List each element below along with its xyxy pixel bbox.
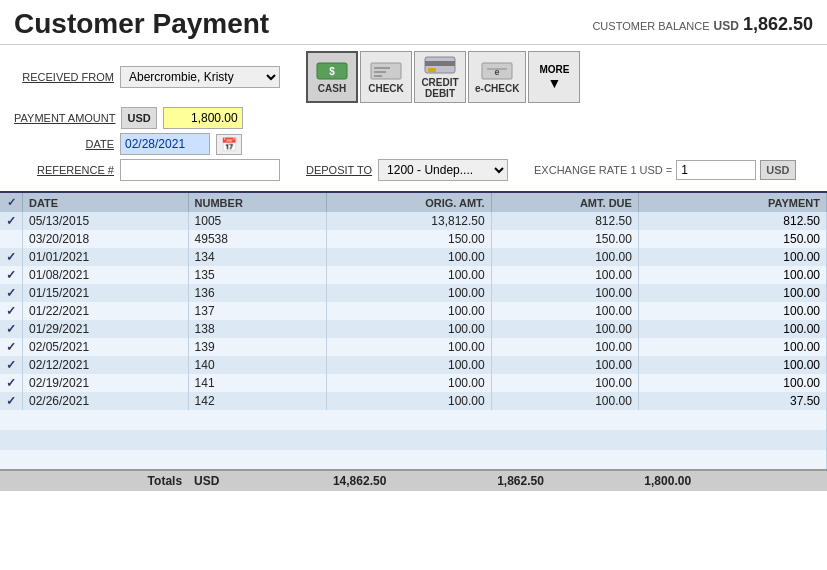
row-orig-amt: 13,812.50 <box>327 212 491 230</box>
row-number: 134 <box>188 248 327 266</box>
payment-amount-row: PAYMENT AMOUNT USD <box>14 107 813 129</box>
table-row[interactable]: ✓ 01/22/2021 137 100.00 100.00 <box>0 302 827 320</box>
row-payment[interactable] <box>638 266 826 284</box>
table-row[interactable]: 03/20/2018 49538 150.00 150.00 <box>0 230 827 248</box>
table-row[interactable]: ✓ 01/15/2021 136 100.00 100.00 <box>0 284 827 302</box>
row-check[interactable]: ✓ <box>0 338 23 356</box>
col-payment: PAYMENT <box>638 193 826 212</box>
totals-amt-due: 1,862.50 <box>491 470 638 491</box>
payment-amount-input[interactable] <box>163 107 243 129</box>
echeck-label: e-CHECK <box>475 83 519 94</box>
form-area: RECEIVED FROM Abercrombie, Kristy $ CASH <box>0 45 827 187</box>
echeck-button[interactable]: e e-CHECK <box>468 51 526 103</box>
row-payment[interactable] <box>638 230 826 248</box>
row-check[interactable]: ✓ <box>0 266 23 284</box>
table-row[interactable]: ✓ 02/19/2021 141 100.00 100.00 <box>0 374 827 392</box>
row-payment[interactable] <box>638 356 826 374</box>
transactions-table: ✓ DATE NUMBER ORIG. AMT. AMT. DUE PAYMEN… <box>0 193 827 491</box>
svg-rect-8 <box>428 68 436 72</box>
row-date: 01/22/2021 <box>23 302 189 320</box>
reference-input[interactable] <box>120 159 280 181</box>
row-check[interactable]: ✓ <box>0 212 23 230</box>
table-row[interactable]: ✓ 05/13/2015 1005 13,812.50 812.50 <box>0 212 827 230</box>
row-payment[interactable] <box>638 374 826 392</box>
row-date: 01/01/2021 <box>23 248 189 266</box>
received-from-select[interactable]: Abercrombie, Kristy <box>120 66 280 88</box>
table-wrapper[interactable]: ✓ DATE NUMBER ORIG. AMT. AMT. DUE PAYMEN… <box>0 193 827 536</box>
row-orig-amt: 100.00 <box>327 284 491 302</box>
check-label: CHECK <box>368 83 404 94</box>
row-amt-due: 150.00 <box>491 230 638 248</box>
row-check[interactable]: ✓ <box>0 374 23 392</box>
table-row[interactable]: ✓ 02/12/2021 140 100.00 100.00 <box>0 356 827 374</box>
date-input[interactable] <box>120 133 210 155</box>
row-payment[interactable] <box>638 392 826 410</box>
row-date: 02/05/2021 <box>23 338 189 356</box>
exchange-rate-input[interactable] <box>676 160 756 180</box>
calendar-icon[interactable]: 📅 <box>216 134 242 155</box>
page-title: Customer Payment <box>14 8 269 40</box>
row-check[interactable]: ✓ <box>0 284 23 302</box>
row-check[interactable] <box>0 230 23 248</box>
row-payment[interactable] <box>638 320 826 338</box>
table-row[interactable]: ✓ 01/01/2021 134 100.00 100.00 <box>0 248 827 266</box>
table-row[interactable]: ✓ 01/29/2021 138 100.00 100.00 <box>0 320 827 338</box>
exchange-currency: USD <box>760 160 795 180</box>
received-from-row: RECEIVED FROM Abercrombie, Kristy $ CASH <box>14 51 813 103</box>
row-date: 03/20/2018 <box>23 230 189 248</box>
row-date: 01/15/2021 <box>23 284 189 302</box>
row-orig-amt: 100.00 <box>327 338 491 356</box>
row-orig-amt: 100.00 <box>327 266 491 284</box>
table-body: ✓ 05/13/2015 1005 13,812.50 812.50 03/20… <box>0 212 827 470</box>
payment-currency: USD <box>121 107 156 129</box>
row-orig-amt: 100.00 <box>327 356 491 374</box>
date-label: DATE <box>14 138 114 150</box>
row-payment[interactable] <box>638 248 826 266</box>
cash-label: CASH <box>318 83 346 94</box>
row-date: 01/08/2021 <box>23 266 189 284</box>
row-number: 135 <box>188 266 327 284</box>
reference-label: REFERENCE # <box>14 164 114 176</box>
check-button[interactable]: CHECK <box>360 51 412 103</box>
row-check[interactable]: ✓ <box>0 356 23 374</box>
row-payment[interactable] <box>638 212 826 230</box>
row-payment[interactable] <box>638 338 826 356</box>
row-payment[interactable] <box>638 302 826 320</box>
deposit-to-select[interactable]: 1200 - Undep.... <box>378 159 508 181</box>
row-date: 01/29/2021 <box>23 320 189 338</box>
table-row[interactable]: ✓ 01/08/2021 135 100.00 100.00 <box>0 266 827 284</box>
row-check[interactable]: ✓ <box>0 320 23 338</box>
row-orig-amt: 150.00 <box>327 230 491 248</box>
transactions-table-area: ✓ DATE NUMBER ORIG. AMT. AMT. DUE PAYMEN… <box>0 191 827 536</box>
row-number: 49538 <box>188 230 327 248</box>
check-icon <box>370 61 402 83</box>
row-number: 140 <box>188 356 327 374</box>
deposit-to-label: DEPOSIT TO <box>306 164 372 176</box>
totals-currency: USD <box>188 470 327 491</box>
row-check[interactable]: ✓ <box>0 392 23 410</box>
col-number: NUMBER <box>188 193 327 212</box>
row-orig-amt: 100.00 <box>327 302 491 320</box>
row-orig-amt: 100.00 <box>327 392 491 410</box>
balance-amount: 1,862.50 <box>743 14 813 35</box>
table-row[interactable]: ✓ 02/05/2021 139 100.00 100.00 <box>0 338 827 356</box>
row-orig-amt: 100.00 <box>327 320 491 338</box>
header: Customer Payment CUSTOMER BALANCE USD 1,… <box>0 0 827 45</box>
row-number: 136 <box>188 284 327 302</box>
row-check[interactable]: ✓ <box>0 302 23 320</box>
cash-button[interactable]: $ CASH <box>306 51 358 103</box>
more-arrow-icon: ▼ <box>548 75 562 91</box>
row-amt-due: 100.00 <box>491 266 638 284</box>
customer-balance: CUSTOMER BALANCE USD 1,862.50 <box>592 14 813 35</box>
more-label: MORE <box>539 64 569 75</box>
row-amt-due: 812.50 <box>491 212 638 230</box>
echeck-icon: e <box>481 61 513 83</box>
totals-row: Totals USD 14,862.50 1,862.50 1,800.00 <box>0 470 827 491</box>
row-check[interactable]: ✓ <box>0 248 23 266</box>
credit-debit-button[interactable]: CREDITDEBIT <box>414 51 466 103</box>
more-button[interactable]: MORE ▼ <box>528 51 580 103</box>
table-row[interactable]: ✓ 02/26/2021 142 100.00 100.00 <box>0 392 827 410</box>
row-date: 05/13/2015 <box>23 212 189 230</box>
row-payment[interactable] <box>638 284 826 302</box>
row-amt-due: 100.00 <box>491 248 638 266</box>
